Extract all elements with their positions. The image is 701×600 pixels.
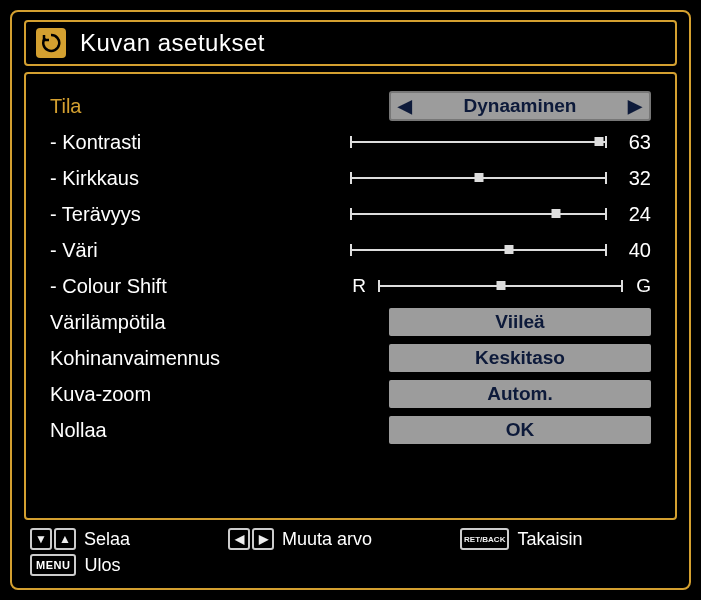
row-colour[interactable]: - Väri 40 <box>50 232 651 268</box>
hint-back: RET/BACK Takaisin <box>460 528 582 550</box>
settings-panel: Tila ◀ Dynaaminen ▶ - Kontrasti 63 <box>24 72 677 520</box>
hint-scroll-label: Selaa <box>84 529 130 550</box>
chevron-left-icon[interactable]: ◀ <box>391 95 419 117</box>
row-contrast[interactable]: - Kontrasti 63 <box>50 124 651 160</box>
contrast-slider[interactable] <box>350 141 607 143</box>
hint-change: ◀ ▶ Muuta arvo <box>228 528 372 550</box>
hint-change-label: Muuta arvo <box>282 529 372 550</box>
picture-settings-icon <box>36 28 66 58</box>
row-picture-zoom[interactable]: Kuva-zoom Autom. <box>50 376 651 412</box>
shift-left-label: R <box>350 275 368 297</box>
row-colour-shift[interactable]: - Colour Shift R G <box>50 268 651 304</box>
brightness-value: 32 <box>617 167 651 190</box>
shift-right-label: G <box>633 275 651 297</box>
brightness-slider[interactable] <box>350 177 607 179</box>
page-title: Kuvan asetukset <box>80 29 265 57</box>
menu-key: MENU <box>30 554 76 576</box>
colour-value: 40 <box>617 239 651 262</box>
label-mode: Tila <box>50 95 350 118</box>
arrow-left-icon: ◀ <box>228 528 250 550</box>
label-reset: Nollaa <box>50 419 350 442</box>
footer-hints: ▼ ▲ Selaa ◀ ▶ Muuta arvo RET/BACK Takais… <box>24 520 677 580</box>
label-brightness: - Kirkkaus <box>50 167 350 190</box>
osd-window: Kuvan asetukset Tila ◀ Dynaaminen ▶ - Ko… <box>10 10 691 590</box>
slider-thumb[interactable] <box>551 209 560 218</box>
sharpness-slider[interactable] <box>350 213 607 215</box>
sharpness-value: 24 <box>617 203 651 226</box>
contrast-value: 63 <box>617 131 651 154</box>
label-contrast: - Kontrasti <box>50 131 350 154</box>
label-noise-reduction: Kohinanvaimennus <box>50 347 350 370</box>
arrow-right-icon: ▶ <box>252 528 274 550</box>
row-noise-reduction[interactable]: Kohinanvaimennus Keskitaso <box>50 340 651 376</box>
row-reset[interactable]: Nollaa OK <box>50 412 651 448</box>
row-sharpness[interactable]: - Terävyys 24 <box>50 196 651 232</box>
row-brightness[interactable]: - Kirkkaus 32 <box>50 160 651 196</box>
slider-thumb[interactable] <box>474 173 483 182</box>
slider-thumb[interactable] <box>595 137 604 146</box>
row-colour-temp[interactable]: Värilämpötila Viileä <box>50 304 651 340</box>
ret-back-key: RET/BACK <box>460 528 509 550</box>
colour-temp-button[interactable]: Viileä <box>389 308 651 336</box>
noise-reduction-button[interactable]: Keskitaso <box>389 344 651 372</box>
slider-thumb[interactable] <box>505 245 514 254</box>
hint-scroll: ▼ ▲ Selaa <box>30 528 130 550</box>
title-bar: Kuvan asetukset <box>24 20 677 66</box>
label-picture-zoom: Kuva-zoom <box>50 383 350 406</box>
arrow-down-icon: ▼ <box>30 528 52 550</box>
hint-exit: MENU Ulos <box>30 554 120 576</box>
row-mode[interactable]: Tila ◀ Dynaaminen ▶ <box>50 88 651 124</box>
arrow-up-icon: ▲ <box>54 528 76 550</box>
label-colour: - Väri <box>50 239 350 262</box>
chevron-right-icon[interactable]: ▶ <box>621 95 649 117</box>
mode-selector[interactable]: ◀ Dynaaminen ▶ <box>389 91 651 121</box>
label-colour-temp: Värilämpötila <box>50 311 350 334</box>
colour-slider[interactable] <box>350 249 607 251</box>
reset-button[interactable]: OK <box>389 416 651 444</box>
mode-value: Dynaaminen <box>419 95 621 117</box>
slider-thumb[interactable] <box>496 281 505 290</box>
label-sharpness: - Terävyys <box>50 203 350 226</box>
hint-exit-label: Ulos <box>84 555 120 576</box>
hint-back-label: Takaisin <box>517 529 582 550</box>
picture-zoom-button[interactable]: Autom. <box>389 380 651 408</box>
colour-shift-slider[interactable] <box>378 285 623 287</box>
label-colour-shift: - Colour Shift <box>50 275 350 298</box>
